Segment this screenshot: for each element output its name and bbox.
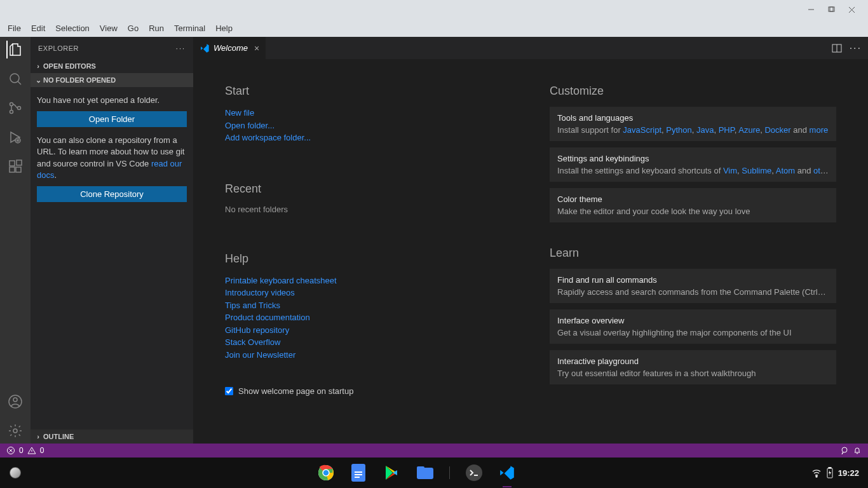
editor-more-icon[interactable]: ···	[850, 43, 862, 54]
warnings-count[interactable]: 0	[40, 446, 44, 455]
svg-rect-34	[417, 466, 424, 470]
show-welcome-input[interactable]	[225, 387, 233, 395]
tab-bar: Welcome × ···	[193, 37, 868, 59]
svg-point-37	[816, 476, 817, 477]
more-link[interactable]: others	[813, 166, 829, 175]
menu-file[interactable]: File	[3, 22, 26, 35]
run-debug-icon[interactable]	[6, 128, 24, 146]
card-interactive-playground[interactable]: Interactive playgroundTry out essential …	[550, 350, 836, 384]
start-button[interactable]	[0, 458, 31, 488]
svg-rect-1	[829, 7, 833, 11]
more-icon[interactable]: ···	[176, 44, 186, 52]
lang-java[interactable]: Java	[696, 125, 714, 135]
docs-icon[interactable]	[350, 464, 368, 482]
battery-icon[interactable]	[827, 467, 833, 478]
start-add-workspace-folder-[interactable]: Add workspace folder...	[225, 132, 512, 144]
outline-section[interactable]: ›OUTLINE	[31, 430, 193, 444]
wifi-icon[interactable]	[811, 468, 822, 478]
menu-help[interactable]: Help	[210, 22, 238, 35]
warnings-icon[interactable]	[27, 446, 36, 455]
tab-close-icon[interactable]: ×	[254, 43, 259, 53]
no-folder-section[interactable]: ⌄NO FOLDER OPENED	[31, 73, 193, 87]
menubar: FileEditSelectionViewGoRunTerminalHelp	[0, 19, 868, 37]
play-store-icon[interactable]	[383, 464, 401, 482]
editor-area: Welcome × ··· Start New fileOpen folder.…	[193, 37, 868, 444]
menu-go[interactable]: Go	[123, 22, 144, 35]
svg-rect-11	[10, 161, 15, 166]
card-interface-overview[interactable]: Interface overviewGet a visual overlay h…	[550, 309, 836, 344]
start-open-folder-[interactable]: Open folder...	[225, 119, 512, 132]
recent-empty: No recent folders	[225, 205, 512, 214]
bell-icon[interactable]	[853, 446, 862, 455]
menu-selection[interactable]: Selection	[50, 22, 94, 35]
card-theme[interactable]: Color theme Make the editor and your cod…	[550, 188, 836, 222]
close-icon[interactable]	[841, 0, 862, 19]
start-new-file[interactable]: New file	[225, 107, 512, 119]
show-welcome-checkbox[interactable]: Show welcome page on startup	[225, 386, 512, 396]
chrome-icon[interactable]	[317, 464, 335, 482]
split-editor-icon[interactable]	[832, 43, 842, 53]
settings-gear-icon[interactable]	[6, 422, 24, 440]
clone-repo-button[interactable]: Clone Repository	[37, 186, 187, 202]
tab-welcome[interactable]: Welcome ×	[193, 37, 266, 59]
help-introductory-videos[interactable]: Introductory videos	[225, 287, 512, 299]
lang-sublime[interactable]: Sublime	[742, 166, 771, 175]
lang-vim[interactable]: Vim	[723, 166, 737, 175]
card-settings[interactable]: Settings and keybindings Install the set…	[550, 147, 836, 182]
terminal-icon[interactable]	[465, 464, 483, 482]
lang-javascript[interactable]: JavaScript	[623, 125, 661, 135]
svg-rect-31	[355, 474, 362, 475]
lang-docker[interactable]: Docker	[764, 125, 790, 135]
activity-bar	[0, 37, 31, 444]
svg-point-16	[13, 398, 17, 402]
accounts-icon[interactable]	[6, 393, 24, 410]
svg-point-17	[13, 429, 17, 433]
menu-view[interactable]: View	[95, 22, 123, 35]
files-icon[interactable]	[416, 464, 434, 482]
customize-heading: Customize	[550, 85, 836, 98]
explorer-icon[interactable]	[6, 41, 24, 58]
card-tools[interactable]: Tools and languages Install support for …	[550, 107, 836, 141]
lang-atom[interactable]: Atom	[776, 166, 795, 175]
svg-rect-13	[16, 167, 21, 172]
help-product-documentation[interactable]: Product documentation	[225, 311, 512, 324]
svg-rect-2	[830, 7, 834, 11]
svg-point-7	[10, 103, 13, 106]
clock[interactable]: 19:22	[838, 468, 859, 478]
svg-rect-39	[829, 467, 831, 468]
svg-point-24	[842, 447, 847, 452]
source-control-icon[interactable]	[6, 99, 24, 117]
lang-azure[interactable]: Azure	[738, 125, 760, 135]
extensions-icon[interactable]	[6, 158, 24, 175]
menu-run[interactable]: Run	[144, 22, 169, 35]
learn-heading: Learn	[550, 247, 836, 260]
help-heading: Help	[225, 252, 512, 266]
status-bar: 0 0	[0, 444, 868, 458]
help-github-repository[interactable]: GitHub repository	[225, 324, 512, 337]
sidebar-title: EXPLORER ···	[31, 37, 193, 59]
minimize-icon[interactable]	[801, 0, 821, 19]
errors-icon[interactable]	[6, 446, 15, 455]
search-icon[interactable]	[6, 70, 24, 88]
help-join-our-newsletter[interactable]: Join our Newsletter	[225, 349, 512, 362]
recent-heading: Recent	[225, 182, 512, 196]
clone-msg: You can also clone a repository from a U…	[37, 135, 187, 181]
vscode-app-icon[interactable]	[498, 464, 516, 482]
help-tips-and-tricks[interactable]: Tips and Tricks	[225, 299, 512, 312]
open-folder-button[interactable]: Open Folder	[37, 111, 187, 127]
os-taskbar: 19:22	[0, 458, 868, 488]
svg-point-8	[10, 111, 13, 114]
card-find-and-run-all-commands[interactable]: Find and run all commandsRapidly access …	[550, 269, 836, 303]
errors-count[interactable]: 0	[19, 446, 24, 455]
lang-python[interactable]: Python	[666, 125, 691, 135]
help-stack-overflow[interactable]: Stack Overflow	[225, 336, 512, 349]
help-printable-keyboard-cheatsheet[interactable]: Printable keyboard cheatsheet	[225, 274, 512, 287]
feedback-icon[interactable]	[840, 446, 849, 455]
open-editors-section[interactable]: ›OPEN EDITORS	[31, 59, 193, 73]
menu-terminal[interactable]: Terminal	[169, 22, 210, 35]
svg-rect-30	[355, 471, 362, 473]
menu-edit[interactable]: Edit	[26, 22, 50, 35]
maximize-icon[interactable]	[821, 0, 841, 19]
more-link[interactable]: more	[810, 125, 829, 135]
lang-php[interactable]: PHP	[719, 125, 735, 135]
